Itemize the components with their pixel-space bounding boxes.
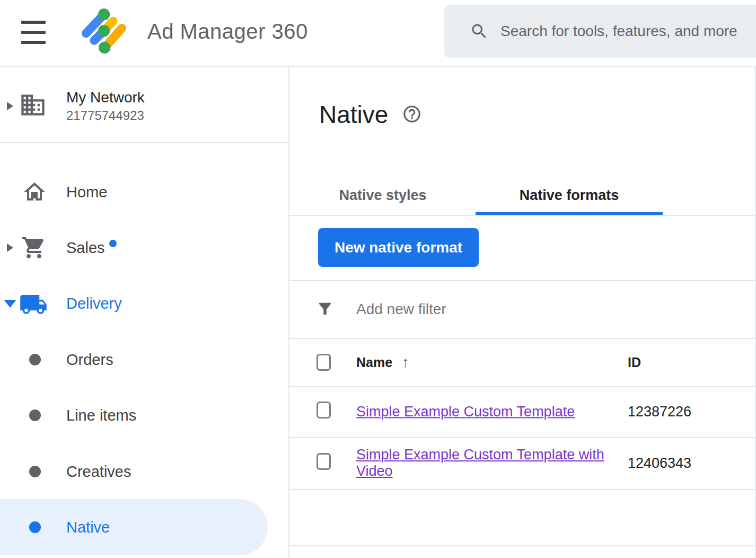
help-icon[interactable] bbox=[402, 104, 422, 124]
ad-manager-logo-icon bbox=[75, 1, 137, 63]
column-header-name[interactable]: Name bbox=[356, 354, 392, 370]
hamburger-menu-icon[interactable] bbox=[21, 21, 46, 44]
filter-funnel-icon bbox=[316, 300, 334, 318]
search-input[interactable]: Search for tools, features, and more bbox=[444, 5, 756, 58]
main-content: Native Native styles Native formats New … bbox=[289, 67, 756, 558]
sidebar-item-label: Line items bbox=[66, 407, 136, 424]
home-icon bbox=[22, 179, 47, 205]
sidebar-item-label: Orders bbox=[66, 351, 113, 369]
table-row: Simple Example Custom Template with Vide… bbox=[289, 437, 756, 489]
table-header-row: Name ↑ ID bbox=[289, 338, 756, 386]
bullet-icon bbox=[29, 409, 41, 421]
sidebar-item-delivery[interactable]: Delivery bbox=[0, 275, 289, 332]
row-id: 12406343 bbox=[628, 455, 691, 472]
shopping-cart-icon bbox=[21, 235, 47, 260]
bullet-icon bbox=[29, 466, 41, 477]
bullet-icon bbox=[29, 354, 41, 365]
app-title: Ad Manager 360 bbox=[147, 20, 308, 43]
network-selector[interactable]: My Network 21775744923 bbox=[0, 67, 289, 142]
tab-bar-divider bbox=[289, 215, 756, 216]
new-native-format-button[interactable]: New native format bbox=[318, 228, 479, 267]
search-icon bbox=[470, 22, 489, 41]
sidebar-item-label: Sales bbox=[66, 239, 105, 257]
sales-notification-badge bbox=[109, 240, 117, 247]
table-row: Simple Example Custom Template 12387226 bbox=[289, 386, 756, 437]
divider bbox=[289, 545, 756, 546]
sidebar-item-creatives[interactable]: Creatives bbox=[0, 443, 289, 500]
filter-bar[interactable]: Add new filter bbox=[289, 280, 756, 338]
top-bar: Ad Manager 360 Search for tools, feature… bbox=[0, 0, 756, 67]
filter-placeholder: Add new filter bbox=[356, 301, 446, 318]
row-checkbox[interactable] bbox=[317, 402, 331, 419]
sidebar-item-native[interactable]: Native bbox=[0, 499, 268, 555]
sidebar-item-home[interactable]: Home bbox=[0, 164, 289, 220]
sales-expand-caret-icon[interactable] bbox=[7, 243, 13, 252]
truck-icon bbox=[19, 290, 48, 319]
ad-manager-window: Ad Manager 360 Search for tools, feature… bbox=[0, 0, 756, 558]
network-name: My Network bbox=[66, 89, 145, 107]
sort-ascending-icon[interactable]: ↑ bbox=[402, 354, 409, 371]
network-expand-caret-icon[interactable] bbox=[7, 102, 13, 110]
sidebar: My Network 21775744923 Home Sales bbox=[0, 67, 289, 558]
bullet-icon bbox=[29, 521, 41, 533]
page-title: Native bbox=[319, 100, 388, 129]
sidebar-divider bbox=[0, 142, 289, 143]
sidebar-item-orders[interactable]: Orders bbox=[0, 332, 289, 388]
row-name-link[interactable]: Simple Example Custom Template with Vide… bbox=[356, 447, 606, 479]
sidebar-item-sales[interactable]: Sales bbox=[0, 220, 289, 276]
sidebar-item-line-items[interactable]: Line items bbox=[0, 387, 289, 443]
column-header-id[interactable]: ID bbox=[628, 354, 641, 370]
tab-native-formats[interactable]: Native formats bbox=[476, 176, 663, 215]
network-id: 21775744923 bbox=[66, 107, 145, 125]
delivery-collapse-caret-icon[interactable] bbox=[4, 300, 16, 308]
building-icon bbox=[19, 91, 47, 119]
tab-bar: Native styles Native formats bbox=[289, 176, 756, 215]
sidebar-item-label: Creatives bbox=[66, 463, 131, 481]
tab-native-styles[interactable]: Native styles bbox=[319, 176, 446, 215]
row-name-link[interactable]: Simple Example Custom Template bbox=[356, 404, 575, 420]
row-id: 12387226 bbox=[628, 404, 691, 420]
active-tab-indicator bbox=[476, 212, 663, 215]
sidebar-item-label: Delivery bbox=[66, 295, 122, 312]
sidebar-item-label: Home bbox=[66, 184, 107, 201]
sidebar-item-label: Native bbox=[66, 519, 110, 536]
search-placeholder: Search for tools, features, and more bbox=[500, 23, 737, 40]
row-checkbox[interactable] bbox=[317, 453, 331, 470]
select-all-checkbox[interactable] bbox=[317, 354, 331, 371]
divider bbox=[289, 489, 756, 490]
